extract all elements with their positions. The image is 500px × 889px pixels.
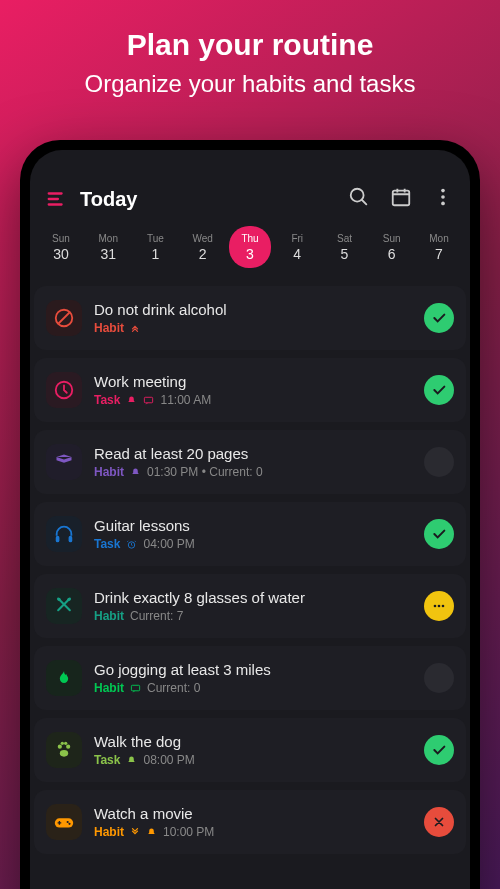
item-body: Walk the dogTask08:00 PM (94, 733, 412, 767)
menu-icon[interactable] (46, 188, 68, 210)
svg-point-13 (434, 605, 437, 608)
marketing-title: Plan your routine (20, 28, 480, 62)
marketing-header: Plan your routine Organize your habits a… (0, 0, 500, 118)
bell-icon (126, 755, 137, 766)
svg-point-19 (61, 742, 64, 745)
svg-rect-1 (393, 191, 410, 206)
item-body: Guitar lessonsTask04:00 PM (94, 517, 412, 551)
gamepad-icon (46, 804, 82, 840)
headphones-icon (46, 516, 82, 552)
day-cell[interactable]: Tue1 (135, 226, 177, 268)
day-cell[interactable]: Fri4 (276, 226, 318, 268)
week-selector: Sun30Mon31Tue1Wed2Thu3Fri4Sat5Sun6Mon7 (30, 226, 470, 286)
message-icon (143, 395, 154, 406)
day-name: Mon (429, 233, 448, 244)
day-name: Sat (337, 233, 352, 244)
list-item[interactable]: Go jogging at least 3 milesHabitCurrent:… (34, 646, 466, 710)
item-title: Read at least 20 pages (94, 445, 412, 462)
list-item[interactable]: Read at least 20 pagesHabit01:30 PM • Cu… (34, 430, 466, 494)
item-detail: 08:00 PM (143, 753, 194, 767)
status-badge[interactable] (424, 375, 454, 405)
bell-icon (146, 827, 157, 838)
book-icon (46, 444, 82, 480)
calendar-icon[interactable] (390, 186, 412, 212)
item-meta: Task08:00 PM (94, 753, 412, 767)
page-title: Today (80, 188, 336, 211)
alarm-icon (126, 539, 137, 550)
day-cell[interactable]: Wed2 (182, 226, 224, 268)
status-badge[interactable] (424, 807, 454, 837)
svg-point-14 (438, 605, 441, 608)
day-cell[interactable]: Sun30 (40, 226, 82, 268)
clock-icon (46, 372, 82, 408)
day-name: Fri (291, 233, 303, 244)
day-name: Thu (241, 233, 258, 244)
marketing-subtitle: Organize your habits and tasks (20, 70, 480, 98)
status-badge[interactable] (424, 303, 454, 333)
status-badge[interactable] (424, 663, 454, 693)
day-num: 5 (341, 246, 349, 262)
svg-point-20 (64, 742, 67, 745)
day-cell[interactable]: Thu3 (229, 226, 271, 268)
item-title: Work meeting (94, 373, 412, 390)
list-item[interactable]: Work meetingTask11:00 AM (34, 358, 466, 422)
item-type: Habit (94, 681, 124, 695)
list-item[interactable]: Watch a movieHabit10:00 PM (34, 790, 466, 854)
item-type: Task (94, 537, 120, 551)
item-type: Habit (94, 825, 124, 839)
day-cell[interactable]: Sun6 (371, 226, 413, 268)
item-meta: Task11:00 AM (94, 393, 412, 407)
status-badge[interactable] (424, 591, 454, 621)
item-body: Do not drink alcoholHabit (94, 301, 412, 335)
day-cell[interactable]: Mon7 (418, 226, 460, 268)
svg-rect-7 (145, 397, 153, 403)
svg-point-15 (442, 605, 445, 608)
app-header: Today (30, 186, 470, 226)
day-num: 3 (246, 246, 254, 262)
habit-list: Do not drink alcoholHabitWork meetingTas… (30, 286, 470, 854)
item-type: Task (94, 753, 120, 767)
svg-point-23 (67, 821, 69, 823)
day-name: Sun (52, 233, 70, 244)
svg-point-11 (57, 598, 60, 601)
status-badge[interactable] (424, 519, 454, 549)
item-detail: 01:30 PM • Current: 0 (147, 465, 263, 479)
bell-icon (130, 467, 141, 478)
status-badge[interactable] (424, 447, 454, 477)
more-icon[interactable] (432, 186, 454, 212)
item-title: Drink exactly 8 glasses of water (94, 589, 412, 606)
day-num: 31 (100, 246, 116, 262)
item-title: Do not drink alcohol (94, 301, 412, 318)
item-title: Go jogging at least 3 miles (94, 661, 412, 678)
list-item[interactable]: Drink exactly 8 glasses of waterHabitCur… (34, 574, 466, 638)
svg-rect-8 (56, 536, 60, 542)
svg-rect-22 (55, 818, 73, 827)
search-icon[interactable] (348, 186, 370, 212)
svg-point-18 (66, 745, 70, 749)
header-actions (348, 186, 454, 212)
svg-rect-16 (131, 685, 139, 691)
item-meta: Habit10:00 PM (94, 825, 412, 839)
utensils-icon (46, 588, 82, 624)
item-body: Go jogging at least 3 milesHabitCurrent:… (94, 661, 412, 695)
svg-point-12 (67, 598, 70, 601)
day-cell[interactable]: Mon31 (87, 226, 129, 268)
list-item[interactable]: Walk the dogTask08:00 PM (34, 718, 466, 782)
prohibit-icon (46, 300, 82, 336)
item-meta: HabitCurrent: 7 (94, 609, 412, 623)
item-title: Watch a movie (94, 805, 412, 822)
phone-frame: Today Sun30Mon31Tue1Wed2Thu3Fri4Sat5Sun6… (20, 140, 480, 889)
bell-icon (126, 395, 137, 406)
priority-icon (130, 323, 140, 333)
item-type: Task (94, 393, 120, 407)
day-num: 1 (152, 246, 160, 262)
item-meta: Habit01:30 PM • Current: 0 (94, 465, 412, 479)
item-type: Habit (94, 465, 124, 479)
list-item[interactable]: Do not drink alcoholHabit (34, 286, 466, 350)
status-badge[interactable] (424, 735, 454, 765)
svg-point-4 (441, 202, 445, 206)
item-meta: Task04:00 PM (94, 537, 412, 551)
item-detail: 04:00 PM (143, 537, 194, 551)
day-cell[interactable]: Sat5 (324, 226, 366, 268)
list-item[interactable]: Guitar lessonsTask04:00 PM (34, 502, 466, 566)
